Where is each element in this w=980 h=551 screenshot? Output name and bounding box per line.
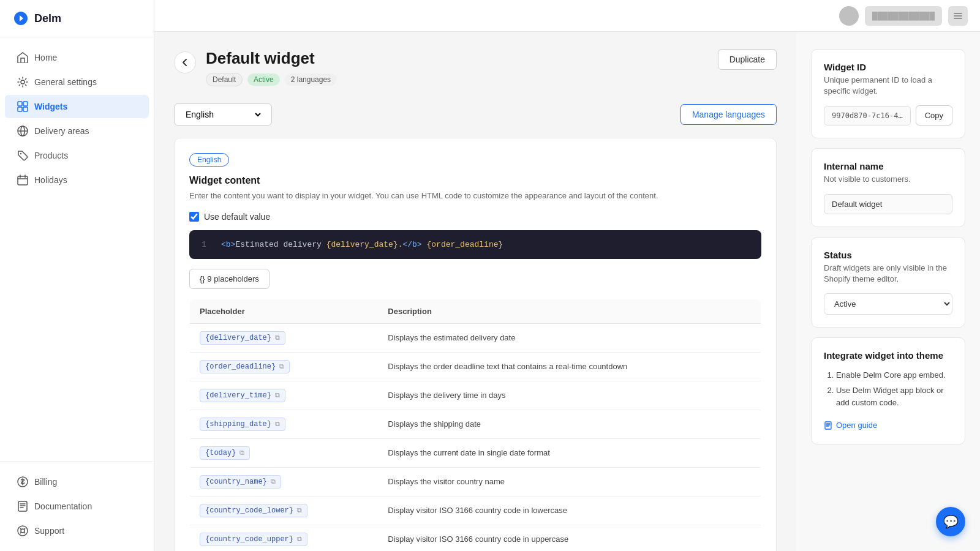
widget-content-card: English Widget content Enter the content… xyxy=(174,138,777,551)
use-default-checkbox[interactable] xyxy=(189,212,199,222)
copy-placeholder-icon[interactable]: ⧉ xyxy=(239,449,244,457)
sidebar-item-delivery-areas-label: Delivery areas xyxy=(34,126,89,136)
sidebar-item-general-settings[interactable]: General settings xyxy=(5,70,149,94)
widget-id-value: 9970d870-7c16-4327- xyxy=(824,106,911,126)
language-selector[interactable]: English xyxy=(174,103,272,126)
widget-icon xyxy=(17,101,28,112)
col-description: Description xyxy=(378,299,761,323)
table-row: {country_code_lower} ⧉ Display visitor I… xyxy=(190,496,761,525)
internal-name-input[interactable] xyxy=(824,194,952,214)
table-row: {delivery_date} ⧉ Displays the estimated… xyxy=(190,323,761,352)
integrate-step-1: Enable Delm Core app embed. xyxy=(836,369,952,381)
tag-icon xyxy=(17,150,28,161)
copy-placeholder-icon[interactable]: ⧉ xyxy=(275,334,280,342)
widget-id-desc: Unique permanent ID to load a specific w… xyxy=(824,75,952,97)
sidebar-item-products[interactable]: Products xyxy=(5,144,149,167)
sidebar-item-support[interactable]: Support xyxy=(5,519,149,542)
active-badge: Active xyxy=(247,73,280,86)
sidebar-bottom-nav: Billing Documentation Support xyxy=(0,461,154,551)
internal-name-desc: Not visible to customers. xyxy=(824,174,952,185)
support-icon xyxy=(17,525,28,536)
user-avatar xyxy=(839,6,859,26)
sidebar-item-holidays[interactable]: Holidays xyxy=(5,168,149,192)
center-panel: Default widget Default Active 2 language… xyxy=(154,32,796,551)
back-arrow-icon xyxy=(180,58,190,67)
copy-placeholder-icon[interactable]: ⧉ xyxy=(275,421,280,428)
page-badges: Default Active 2 languages xyxy=(206,73,337,86)
copy-widget-id-button[interactable]: Copy xyxy=(916,105,952,126)
placeholder-tag: {country_code_upper} ⧉ xyxy=(200,533,307,546)
placeholder-description: Displays the shipping date xyxy=(378,410,761,438)
integrate-step-2: Use Delm Widget app block or add custom … xyxy=(836,384,952,408)
page-header: Default widget Default Active 2 language… xyxy=(174,49,777,86)
line-number: 1 xyxy=(202,240,211,249)
guide-book-icon xyxy=(824,421,832,430)
copy-placeholder-icon[interactable]: ⧉ xyxy=(271,478,276,485)
sidebar-item-documentation[interactable]: Documentation xyxy=(5,495,149,518)
svg-rect-3 xyxy=(18,107,22,111)
gear-icon xyxy=(17,77,28,88)
use-default-label: Use default value xyxy=(204,212,270,222)
status-card: Status Draft widgets are only visible in… xyxy=(811,237,965,328)
placeholder-tag: {delivery_time} ⧉ xyxy=(200,389,285,402)
language-bar: English Manage languages xyxy=(174,103,777,126)
placeholders-button[interactable]: {} 9 placeholders xyxy=(189,269,270,289)
topbar: ████████████ xyxy=(154,0,980,32)
sidebar-item-widgets[interactable]: Widgets xyxy=(5,95,149,118)
svg-point-10 xyxy=(18,526,28,536)
open-guide-link[interactable]: Open guide xyxy=(824,421,877,430)
default-badge: Default xyxy=(206,73,243,86)
main-nav: Home General settings Widgets xyxy=(0,37,154,461)
store-name: ████████████ xyxy=(872,12,935,20)
topbar-menu-button[interactable] xyxy=(948,6,968,26)
language-dropdown[interactable]: English xyxy=(183,109,263,120)
sidebar-item-billing[interactable]: Billing xyxy=(5,470,149,493)
placeholder-tag: {delivery_date} ⧉ xyxy=(200,331,285,345)
sidebar-item-delivery-areas[interactable]: Delivery areas xyxy=(5,119,149,143)
widget-id-card: Widget ID Unique permanent ID to load a … xyxy=(811,49,965,138)
placeholder-description: Display visitor ISO 3166 country code in… xyxy=(378,525,761,551)
copy-placeholder-icon[interactable]: ⧉ xyxy=(297,536,302,543)
widget-id-title: Widget ID xyxy=(824,62,952,72)
copy-placeholder-icon[interactable]: ⧉ xyxy=(275,392,280,399)
delm-logo-icon xyxy=(12,10,29,27)
status-desc: Draft widgets are only visible in the Sh… xyxy=(824,263,952,285)
svg-rect-4 xyxy=(23,107,28,111)
code-editor[interactable]: 1 <b>Estimated delivery {delivery_date}.… xyxy=(189,230,761,259)
placeholder-description: Displays the estimated delivery date xyxy=(378,323,761,352)
chat-button[interactable]: 💬 xyxy=(936,507,965,536)
placeholder-description: Displays the visitor country name xyxy=(378,467,761,496)
chat-icon: 💬 xyxy=(943,514,959,529)
copy-placeholder-icon[interactable]: ⧉ xyxy=(297,507,302,514)
duplicate-button[interactable]: Duplicate xyxy=(718,49,777,70)
integrate-title: Integrate widget into theme xyxy=(824,350,952,361)
sidebar: Delm Home General settings xyxy=(0,0,154,551)
placeholder-tag: {today} ⧉ xyxy=(200,446,250,460)
placeholder-tag: {order_deadline} ⧉ xyxy=(200,360,290,373)
logo-area: Delm xyxy=(0,0,154,37)
back-button[interactable] xyxy=(174,51,196,73)
placeholder-description: Displays the order deadline text that co… xyxy=(378,352,761,381)
table-row: {country_name} ⧉ Displays the visitor co… xyxy=(190,467,761,496)
placeholder-table: Placeholder Description {delivery_date} … xyxy=(189,299,761,552)
svg-rect-8 xyxy=(18,176,28,185)
status-select[interactable]: Active Draft xyxy=(824,293,952,315)
integrate-steps: Enable Delm Core app embed. Use Delm Wid… xyxy=(824,369,952,409)
manage-languages-button[interactable]: Manage languages xyxy=(680,104,777,125)
widget-content-desc: Enter the content you want to display in… xyxy=(189,190,761,202)
placeholder-description: Displays the delivery time in days xyxy=(378,381,761,410)
table-row: {country_code_upper} ⧉ Display visitor I… xyxy=(190,525,761,551)
sidebar-item-home-label: Home xyxy=(34,53,57,62)
table-row: {today} ⧉ Displays the current date in s… xyxy=(190,438,761,467)
widget-content-title: Widget content xyxy=(189,175,761,186)
store-selector[interactable]: ████████████ xyxy=(865,6,942,26)
globe-icon xyxy=(17,126,28,137)
placeholder-description: Displays the current date in single date… xyxy=(378,438,761,467)
integrate-card: Integrate widget into theme Enable Delm … xyxy=(811,337,965,444)
english-language-badge: English xyxy=(189,153,229,167)
sidebar-item-home[interactable]: Home xyxy=(5,46,149,69)
copy-placeholder-icon[interactable]: ⧉ xyxy=(279,363,284,370)
sidebar-item-holidays-label: Holidays xyxy=(34,175,67,185)
dollar-icon xyxy=(17,476,28,487)
svg-point-7 xyxy=(20,153,21,154)
